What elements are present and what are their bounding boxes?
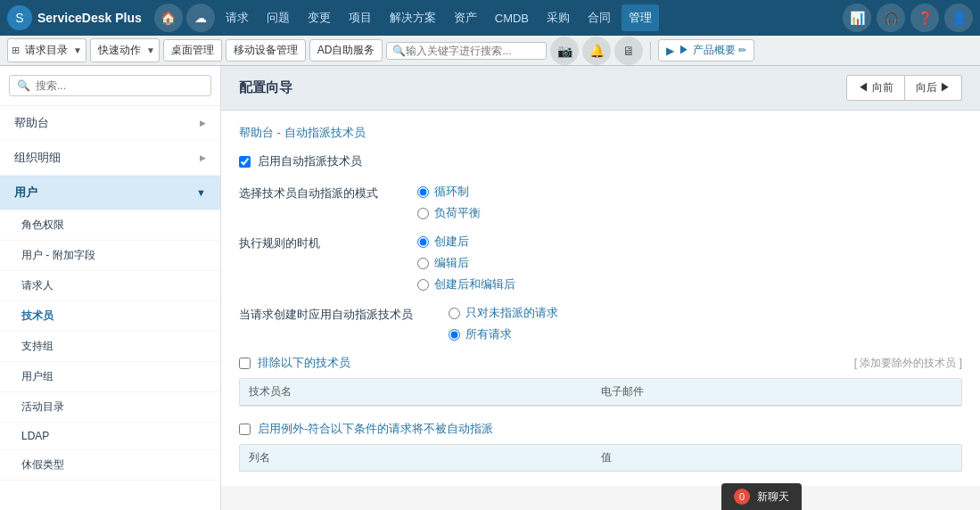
ad-service-button[interactable]: AD自助服务 [309, 39, 383, 62]
sidebar-sub-support-group[interactable]: 支持组 [0, 332, 220, 362]
nav-item-projects[interactable]: 项目 [342, 4, 379, 31]
sidebar-search-input[interactable] [36, 79, 203, 92]
sidebar-sub-roles[interactable]: 角色权限 [0, 210, 220, 241]
home-button[interactable]: 🏠 [154, 4, 183, 32]
desktop-mgmt-button[interactable]: 桌面管理 [163, 39, 222, 62]
apply-label: 当请求创建时应用自动指派技术员 [239, 305, 413, 342]
exception-checkbox[interactable] [239, 424, 251, 435]
exception-label[interactable]: 启用例外-符合以下条件的请求将不被自动指派 [258, 421, 493, 437]
brand-icon: S [7, 5, 32, 30]
sidebar-sub-technician[interactable]: 技术员 [0, 301, 220, 332]
product-overview-label: ▶ 产品概要 [679, 43, 735, 58]
apply-unassigned-label[interactable]: 只对未指派的请求 [465, 305, 558, 321]
timing-after-both: 创建后和编辑后 [417, 276, 515, 292]
edit-icon: ✏ [738, 45, 746, 56]
prev-button[interactable]: ◀ 向前 [846, 75, 904, 101]
sidebar-item-users-label: 用户 [14, 185, 37, 201]
mode-round-robin-radio[interactable] [417, 186, 429, 198]
timing-after-create-radio[interactable] [417, 236, 429, 248]
timing-after-create-label[interactable]: 创建后 [434, 234, 469, 250]
nav-item-changes[interactable]: 变更 [301, 4, 338, 31]
brand-logo: S ServiceDesk Plus [7, 5, 142, 30]
quick-action-button[interactable]: 快速动作 [95, 41, 144, 60]
timing-after-edit-radio[interactable] [417, 258, 429, 269]
top-navigation: S ServiceDesk Plus 🏠 ☁ 请求 问题 变更 项目 解决方案 … [0, 0, 980, 36]
sidebar-sub-ad[interactable]: 活动目录 [0, 392, 220, 423]
timing-section: 执行规则的时机 创建后 编辑后 创建后和编辑后 [239, 234, 962, 292]
bell-icon-button[interactable]: 🔔 [582, 37, 611, 65]
mode-round-robin-label[interactable]: 循环制 [434, 184, 469, 200]
nav-item-admin[interactable]: 管理 [622, 4, 659, 31]
apply-unassigned-radio[interactable] [449, 308, 460, 319]
add-exclude-link[interactable]: [ 添加要除外的技术员 ] [854, 356, 962, 371]
user-button[interactable]: 👤 [944, 4, 973, 32]
mode-label: 选择技术员自动指派的模式 [239, 184, 382, 221]
chat-label: 新聊天 [757, 489, 789, 505]
sidebar-sub-requester[interactable]: 请求人 [0, 271, 220, 301]
cloud-button[interactable]: ☁ [186, 4, 215, 32]
mobile-mgmt-button[interactable]: 移动设备管理 [226, 39, 306, 62]
sidebar-sub-ldap[interactable]: LDAP [0, 423, 220, 450]
request-menu-button[interactable]: 请求目录 [21, 41, 71, 60]
exclude-tech-checkbox[interactable] [239, 358, 251, 369]
sidebar-sub-ldap-label: LDAP [21, 430, 49, 442]
col-column-name: 列名 [249, 450, 601, 465]
exclude-tech-label[interactable]: 排除以下的技术员 [258, 355, 350, 371]
sidebar-sub-vacation-label: 休假类型 [21, 458, 64, 471]
content-header-title: 配置向导 [239, 79, 292, 96]
nav-item-contract[interactable]: 合同 [581, 4, 618, 31]
apply-all-radio[interactable] [449, 329, 460, 341]
screen-icon-button[interactable]: 🖥 [614, 37, 643, 65]
toolbar-search[interactable]: 🔍 [386, 42, 547, 60]
sidebar-item-org[interactable]: 组织明细 [0, 141, 220, 176]
nav-item-assets[interactable]: 资产 [447, 4, 484, 31]
form-content: 帮助台 - 自动指派技术员 启用自动指派技术员 选择技术员自动指派的模式 循环制… [221, 111, 980, 486]
mode-section: 选择技术员自动指派的模式 循环制 负荷平衡 [239, 184, 962, 221]
apply-all-label[interactable]: 所有请求 [465, 326, 512, 342]
headset-button[interactable]: 🎧 [877, 4, 905, 32]
sidebar-sub-user-group[interactable]: 用户组 [0, 362, 220, 392]
content-area: 配置向导 ◀ 向前 向后 ▶ 帮助台 - 自动指派技术员 启用自动指派技术员 选… [221, 66, 980, 510]
sidebar: 🔍 帮助台 组织明细 用户 ▼ 角色权限 用户 - 附加字段 请求人 技术员 支… [0, 66, 221, 510]
help-button[interactable]: ❓ [910, 4, 939, 32]
sidebar-item-helpdesk[interactable]: 帮助台 [0, 106, 220, 141]
timing-after-edit-label[interactable]: 编辑后 [434, 255, 469, 271]
search-input[interactable] [406, 45, 539, 57]
nav-item-purchase[interactable]: 采购 [539, 4, 577, 31]
sidebar-search-section: 🔍 [0, 66, 220, 106]
apply-radio-group: 只对未指派的请求 所有请求 [449, 305, 558, 342]
quick-action-dropdown-icon: ▼ [146, 45, 155, 55]
sidebar-search-box[interactable]: 🔍 [9, 75, 211, 96]
nav-item-cmdb[interactable]: CMDB [488, 6, 536, 30]
apply-unassigned: 只对未指派的请求 [449, 305, 558, 321]
breadcrumb: 帮助台 - 自动指派技术员 [239, 125, 962, 141]
chat-bubble[interactable]: 0 新聊天 [721, 483, 802, 510]
sidebar-sub-extra-fields-label: 用户 - 附加字段 [21, 249, 95, 261]
sidebar-sub-extra-fields[interactable]: 用户 - 附加字段 [0, 241, 220, 271]
nav-item-problems[interactable]: 问题 [259, 4, 297, 31]
timing-after-both-radio[interactable] [417, 279, 429, 291]
nav-buttons: ◀ 向前 向后 ▶ [846, 75, 962, 101]
mode-load-balance-label[interactable]: 负荷平衡 [434, 205, 481, 221]
search-icon: 🔍 [392, 45, 406, 57]
nav-item-solutions[interactable]: 解决方案 [383, 4, 443, 31]
timing-after-edit: 编辑后 [417, 255, 515, 271]
timing-after-both-label[interactable]: 创建后和编辑后 [434, 276, 515, 292]
next-button[interactable]: 向后 ▶ [905, 75, 962, 101]
camera-icon-button[interactable]: 📷 [550, 37, 579, 65]
reports-button[interactable]: 📊 [843, 4, 871, 32]
sidebar-item-users[interactable]: 用户 ▼ [0, 176, 220, 210]
sidebar-item-helpdesk-label: 帮助台 [14, 115, 49, 131]
product-overview-button[interactable]: ▶ ▶ 产品概要 ✏ [658, 39, 754, 62]
mode-load-balance-radio[interactable] [417, 208, 429, 219]
dropdown-icon: ▼ [73, 45, 82, 55]
nav-item-requests[interactable]: 请求 [218, 4, 256, 31]
enable-auto-assign-label[interactable]: 启用自动指派技术员 [258, 153, 362, 169]
timing-label: 执行规则的时机 [239, 234, 382, 292]
enable-auto-assign-row: 启用自动指派技术员 [239, 153, 962, 169]
exclude-table: 技术员名 电子邮件 [239, 378, 962, 407]
enable-auto-assign-checkbox[interactable] [239, 156, 251, 168]
content-header: 配置向导 ◀ 向前 向后 ▶ [221, 66, 980, 111]
col-tech-name: 技术员名 [249, 384, 601, 399]
sidebar-sub-vacation[interactable]: 休假类型 [0, 450, 220, 481]
